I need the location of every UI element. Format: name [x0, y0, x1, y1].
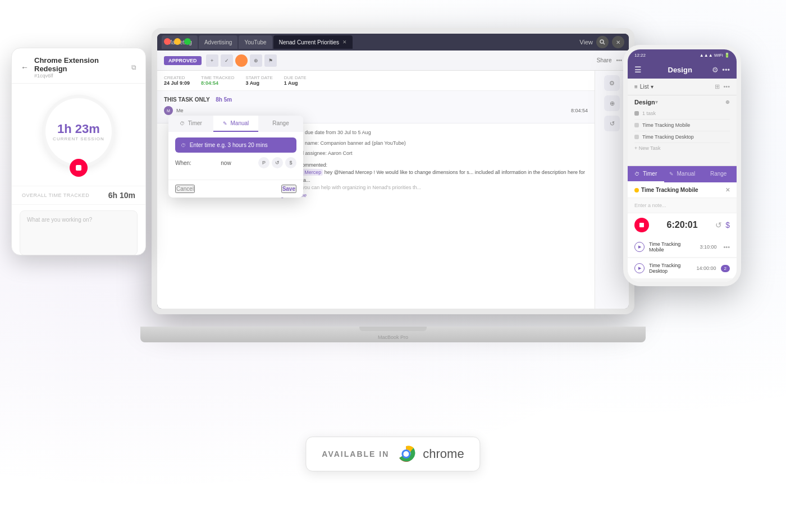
section-chevron: ▾	[655, 99, 658, 105]
comment-content: Aaron Cort commented: hey @Nenad Mercep …	[272, 162, 588, 200]
more-icon[interactable]: •••	[723, 83, 730, 90]
phone-stop-button[interactable]	[634, 218, 649, 232]
close-btn[interactable]: ✕	[612, 36, 624, 48]
external-link-icon[interactable]: ⧉	[131, 63, 136, 71]
traffic-green[interactable]	[184, 38, 191, 45]
phone-task-item-1[interactable]: Time Tracking Mobile	[634, 120, 730, 131]
task-header-actions: + ✓ ⊕ ⚑	[206, 54, 277, 67]
sidebar-icon-2[interactable]: ⊕	[604, 95, 620, 111]
search-btn[interactable]	[596, 36, 609, 48]
person-btn[interactable]: P	[258, 157, 269, 168]
phone-note-input[interactable]: Enter a note...	[628, 198, 737, 213]
phone-task-select[interactable]: Time Tracking Mobile ✕	[628, 182, 737, 198]
ext-note-input[interactable]: What are you working on?	[20, 210, 138, 255]
stop-icon	[76, 165, 81, 171]
history-badge: 2	[721, 265, 730, 272]
ext-header: ← Chrome Extension Redesign #1cqv6lf ⧉	[12, 48, 145, 84]
history-more-icon[interactable]: •••	[723, 244, 730, 250]
user-avatar: M	[164, 106, 173, 115]
filter-icon[interactable]: ⊞	[715, 83, 720, 90]
repeat-btn[interactable]: ↺	[272, 157, 283, 168]
check-btn[interactable]: ✓	[221, 54, 233, 67]
more-options[interactable]: •••	[616, 57, 622, 63]
browser-tabs: Marketing Advertising YouTube Nenad Curr…	[162, 35, 573, 49]
phone-tab-range[interactable]: Range	[700, 166, 737, 182]
phone-tab-manual[interactable]: ✎ Manual	[664, 166, 701, 182]
phone-timer-display: 6:20:01	[667, 220, 698, 230]
play-icon[interactable]: ▶	[634, 263, 645, 273]
new-task-btn[interactable]: + New Task	[634, 143, 730, 153]
phone-header: ☰ Design ⚙ •••	[628, 61, 737, 79]
task-status-dot	[634, 135, 639, 139]
hamburger-icon[interactable]: ☰	[634, 65, 648, 74]
macbook-screen-outer: Marketing Advertising YouTube Nenad Curr…	[152, 28, 634, 314]
task-color-dot	[634, 188, 639, 192]
sidebar-icon-1[interactable]: ⚙	[604, 75, 620, 91]
phone-list-header: ≡ List ▾ ⊞ •••	[628, 79, 737, 95]
chrome-extension-widget: ← Chrome Extension Redesign #1cqv6lf ⧉ 1…	[11, 48, 146, 255]
phone-menu-icon[interactable]: •••	[722, 66, 730, 74]
phone-history: ▶ Time Tracking Mobile 3:10:00 ••• ▶ Tim…	[628, 237, 737, 282]
stop-button[interactable]	[70, 159, 88, 177]
meta-time-tracked: TIME TRACKED 8:04:54	[201, 75, 234, 86]
ext-overall: OVERALL TIME TRACKED 6h 10m	[12, 186, 145, 205]
ext-timer-area: 1h 23m CURRENT SESSION	[12, 84, 145, 186]
tab-close-icon[interactable]: ✕	[342, 39, 347, 45]
macbook-base: MacBook Pro	[140, 327, 646, 342]
browser-bar: Marketing Advertising YouTube Nenad Curr…	[157, 34, 629, 51]
phone-settings-icon[interactable]: ⚙	[712, 66, 719, 74]
selected-task-label: Time Tracking Mobile	[634, 187, 698, 193]
more-btn[interactable]: ⊕	[250, 54, 262, 67]
phone-task-section: Design ▾ ⊕ 1 task Time Tracking Mobile	[628, 95, 737, 157]
meta-created: CREATED 24 Jul 9:09	[164, 75, 190, 86]
activity-item-1: Aaron Cort changed due date from 30 Jul …	[258, 129, 588, 136]
stop-icon	[639, 223, 644, 227]
add-btn[interactable]: +	[206, 54, 218, 67]
view-btn[interactable]: View	[579, 39, 593, 45]
svg-line-1	[604, 43, 605, 45]
activity-item-2: Aaron Cort changed name: Companion banne…	[258, 140, 588, 147]
tab-nenad[interactable]: Nenad Current Priorities ✕	[273, 35, 353, 49]
cancel-button[interactable]: Cancel	[175, 185, 195, 193]
traffic-yellow[interactable]	[174, 38, 181, 45]
time-input[interactable]: ⏱ Enter time e.g. 3 hours 20 mins	[175, 137, 296, 153]
flag-btn[interactable]: ⚑	[264, 54, 277, 67]
time-entries: M Me 8:04:54	[164, 106, 588, 115]
meta-start-date: START DATE 3 Aug	[245, 75, 272, 86]
list-icon: ≡	[634, 84, 638, 90]
tab-manual[interactable]: ✎ Manual	[213, 116, 258, 132]
meta-due-date: DUE DATE 1 Aug	[284, 75, 307, 86]
task-header-right: Share •••	[597, 57, 622, 63]
timer-refresh-icon[interactable]: ↺	[715, 221, 722, 230]
history-item-1: ▶ Time Tracking Desktop 14:00:00 2	[628, 258, 737, 278]
macbook-notch	[359, 327, 427, 331]
time-modal: ⏱ Timer ✎ Manual Range	[168, 116, 303, 198]
phone-timer-icons: ↺ $	[715, 221, 730, 230]
traffic-red[interactable]	[164, 38, 171, 45]
tab-timer[interactable]: ⏱ Timer	[168, 116, 213, 132]
sidebar-icon-3[interactable]: ↺	[604, 116, 620, 131]
phone-task-item-2[interactable]: Time Tracking Desktop	[634, 131, 730, 143]
task-body: CREATED 24 Jul 9:09 TIME TRACKED 8:04:54…	[157, 71, 629, 309]
tab-range[interactable]: Range	[258, 116, 303, 132]
macbook-traffic-lights	[164, 38, 191, 45]
phone-task-item-0[interactable]: 1 task	[634, 108, 730, 120]
browser-content: APPROVED + ✓ ⊕ ⚑ Share •••	[157, 51, 629, 309]
list-actions: ⊞ •••	[715, 83, 730, 90]
play-icon[interactable]: ▶	[634, 242, 645, 252]
timer-circle: 1h 23m CURRENT SESSION	[42, 95, 115, 168]
dollar-btn[interactable]: $	[285, 157, 296, 168]
tab-youtube[interactable]: YouTube	[239, 35, 272, 49]
phone-tab-timer[interactable]: ⏱ Timer	[628, 166, 664, 182]
chrome-icon	[396, 444, 416, 464]
share-btn[interactable]: Share	[597, 57, 612, 63]
task-status-dot	[634, 111, 639, 116]
back-icon[interactable]: ←	[21, 63, 29, 72]
task-close-icon[interactable]: ✕	[725, 187, 730, 193]
mobile-phone: 12:22 ▲▲▲ WiFi 🔋 ☰ Design ⚙ ••• ≡ List	[623, 45, 741, 286]
save-button[interactable]: Save	[281, 185, 296, 193]
tab-advertising[interactable]: Advertising	[199, 35, 237, 49]
timer-dollar-icon[interactable]: $	[725, 221, 730, 230]
history-item-0: ▶ Time Tracking Mobile 3:10:00 •••	[628, 237, 737, 257]
chrome-available-badge[interactable]: AVAILABLE IN chrome	[305, 437, 480, 471]
